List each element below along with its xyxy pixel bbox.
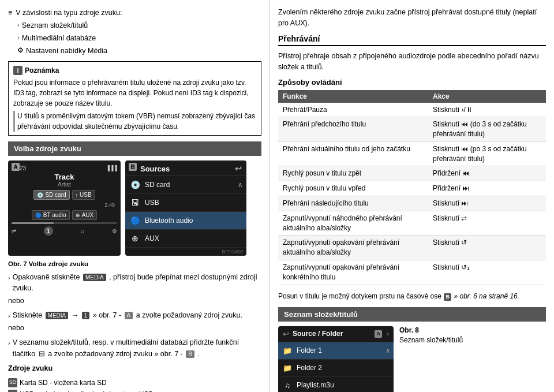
usb-menu-label: USB [145,199,159,207]
cell-akce: Stisknutí ›/⏸ [428,103,546,117]
artist-name: Artist [12,181,117,188]
playlist-label: Playlist.m3u [297,381,334,389]
cell-akce: Stisknutí ⏭ [428,196,546,211]
bt-label: BT audio [43,212,66,218]
function-table: Funkce Akce Přehrát/PauzaStisknutí ›/⏸Př… [278,90,546,285]
bt-icon: 🔵 [35,212,42,218]
fig8-num: Obr. 8 [399,326,546,334]
sd-menu-icon: 💿 [130,180,140,189]
cell-akce: Stisknutí ↺ [428,236,546,260]
progress-bar[interactable] [12,222,117,224]
aux-menu-item[interactable]: ⊕ AUX [125,230,246,248]
label-b-btn: B [186,350,194,358]
screen-b-label: B [129,163,137,171]
sd-label: SD card [45,192,66,198]
aux-label: AUX [82,212,94,218]
sc-back-icon[interactable]: ↩ [283,330,289,338]
chevron-up-icon: ∧ [238,181,243,189]
cell-funkce: Přehrání aktuálního titulu od jeho začát… [278,141,428,166]
cell-funkce: Rychlý posun v titulu vpřed [278,181,428,196]
aux-btn[interactable]: ⊕ AUX [72,210,98,220]
usb-btn[interactable]: ↑ USB [72,190,95,200]
page: ≡ V závislosti na typu zdroje zvuku: › S… [0,0,554,392]
time-remaining: 2:49 [12,202,117,208]
sc-header-arrow: › [387,330,389,337]
fig8-text: Seznam složek/titulů [399,336,546,344]
aux-menu-icon: ⊕ [130,234,140,243]
cell-akce: Přidržení ⏮ [428,166,546,181]
sc-item-folder1[interactable]: 📁 Folder 1 ∧ [278,342,394,360]
bt-menu-icon: 🔵 [130,216,140,225]
info-icon: i [13,66,23,75]
back-arrow-icon[interactable]: ↩ [235,164,242,173]
cell-funkce: Přehrání předchozího titulu [278,117,428,142]
arrow-icon: › [8,273,10,283]
table-row: Rychlý posun v titulu zpětPřidržení ⏮ [278,166,546,181]
media-btn2[interactable]: MEDIA [46,312,69,319]
settings-icon[interactable]: ⚙ [112,228,117,234]
track-number: 1 [44,226,53,236]
label-a-btn: A [125,312,133,319]
note-body: Pokud jsou informace o přehrávaném titul… [13,77,256,109]
intro-item1: › Seznam složek/titulů [8,20,261,31]
sd-card-btn[interactable]: 💿 SD card [33,190,69,200]
bit-tag: BIT-0458 [125,248,246,256]
chevron-right-icon: ∧ [385,347,390,354]
table-row: Zapnutí/vypnutí opakování přehrávání akt… [278,236,546,260]
screens-row: A 11:23 ▐▐▐ Track Artist 💿 SD card ↑ [8,160,261,256]
sources-subtitle: Zdroje zvuku [8,363,261,374]
intro-list: ≡ V závislosti na typu zdroje zvuku: › S… [8,7,261,57]
cell-funkce: Přehrání následujícího titulu [278,196,428,211]
sc-item-folder2[interactable]: 📁 Folder 2 [278,360,394,377]
num1-btn[interactable]: 1 [82,312,90,319]
section1-heading: Přehrávání [278,34,546,46]
left-column: ≡ V závislosti na typu zdroje zvuku: › S… [0,0,270,392]
intro-item2: › Multimediální databáze [8,32,261,44]
sd-menu-item[interactable]: 💿 SD card ∧ [125,176,246,194]
folder1-icon: 📁 [283,346,292,355]
table-row: Zapnutí/vypnutí náhodného přehrávání akt… [278,211,546,236]
media-button[interactable]: MEDIA [83,274,106,281]
screen-a: A 11:23 ▐▐▐ Track Artist 💿 SD card ↑ [8,160,121,256]
screen-a-label: A [12,163,20,171]
intro-line1: ≡ V závislosti na typu zdroje zvuku: [8,7,261,18]
table-row: Zapnutí/vypnutí opakování přehrávání kon… [278,260,546,285]
table-row: Přehrání aktuálního titulu od jeho začát… [278,141,546,166]
cell-akce: Stisknutí ↺₁ [428,260,546,285]
usb-menu-icon: 🖫 [130,198,140,207]
bt-btn[interactable]: 🔵 BT audio [32,210,70,220]
sd-src-icon: SD [8,378,17,387]
bt-menu-item[interactable]: 🔵 Bluetooth audio [125,212,246,230]
cell-funkce: Přehrát/Pauza [278,103,428,117]
cell-akce: Přidržení ⏭ [428,181,546,196]
table-row: Přehrát/PauzaStisknutí ›/⏸ [278,103,546,117]
usb-menu-item[interactable]: 🖫 USB [125,194,246,212]
section-title: Volba zdroje zvuku [8,141,261,156]
note-box: i Poznámka Pokud jsou informace o přehrá… [8,61,261,136]
col-akce: Akce [428,90,546,103]
sc-header: ↩ Source / Folder A › [278,326,394,342]
section1-body: Přístroj přehraje obsah z připojeného au… [278,51,546,73]
func-icon[interactable]: ⊟ [39,349,45,358]
screen-c-row: ↩ Source / Folder A › 📁 Folder 1 ∧ 📁 Fol… [278,326,546,392]
screen-b: B Sources ↩ 💿 SD card ∧ 🖫 USB 🔵 Bluetoot… [125,160,246,256]
cell-funkce: Zapnutí/vypnutí náhodného přehrávání akt… [278,211,428,236]
aux-icon: ⊕ [76,212,80,218]
cell-funkce: Rychlý posun v titulu zpět [278,166,428,181]
note-title: i Poznámka [13,65,256,76]
body-text1: Opakovaně stiskněte MEDIA , přístroj bud… [13,272,261,294]
usb-label: USB [80,192,92,198]
table-row: Přehrání následujícího tituluStisknutí ⏭ [278,196,546,211]
col-funkce: Funkce [278,90,428,103]
body-text2: Stiskněte MEDIA → 1 » obr. 7 - A a zvolt… [13,310,242,321]
sc-item-playlist[interactable]: ♫ Playlist.m3u [278,377,394,392]
screen-c: ↩ Source / Folder A › 📁 Folder 1 ∧ 📁 Fol… [278,326,394,392]
note-line1: Pokud jsou informace o přehrávaném titul… [13,79,246,87]
bottom-icons: ⇌ 1 ♫ ⚙ [12,226,117,236]
ways-heading: Způsoby ovládání [278,78,546,87]
body-bullet1: › Opakovaně stiskněte MEDIA , přístroj b… [8,272,261,294]
arrow-icon: ≡ [8,7,12,18]
track-info: Track Artist [12,173,117,188]
folder1-label: Folder 1 [297,346,322,354]
source-usb: ↑ USB - zdroj zvuku připojený do vstupu … [8,389,261,392]
